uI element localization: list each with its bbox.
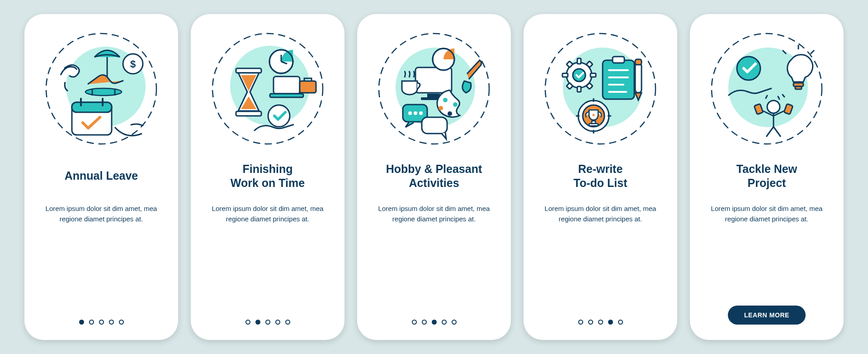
svg-rect-45 bbox=[562, 73, 568, 77]
slide-body: Lorem ipsum dolor sit dim amet, mea regi… bbox=[710, 203, 823, 225]
svg-rect-53 bbox=[613, 57, 624, 63]
slide-body: Lorem ipsum dolor sit dim amet, mea regi… bbox=[211, 203, 324, 225]
svg-point-71 bbox=[737, 57, 760, 80]
svg-rect-20 bbox=[274, 77, 300, 94]
slide-title: Tackle New Project bbox=[736, 162, 797, 191]
svg-point-34 bbox=[453, 102, 458, 107]
dot-1[interactable] bbox=[412, 320, 417, 325]
dot-1[interactable] bbox=[578, 320, 583, 325]
svg-rect-39 bbox=[422, 117, 447, 134]
svg-rect-15 bbox=[236, 111, 261, 116]
svg-point-3 bbox=[85, 88, 122, 96]
dot-5[interactable] bbox=[618, 320, 623, 325]
finishing-work-icon bbox=[211, 32, 324, 145]
dot-2[interactable] bbox=[588, 320, 593, 325]
slide-body: Lorem ipsum dolor sit dim amet, mea regi… bbox=[45, 203, 158, 225]
todo-list-icon: ★ bbox=[544, 32, 657, 145]
svg-point-38 bbox=[419, 111, 423, 115]
onboarding-card-5: Tackle New Project Lorem ipsum dolor sit… bbox=[690, 14, 844, 340]
dot-2[interactable] bbox=[255, 320, 260, 325]
dot-1[interactable] bbox=[79, 320, 84, 325]
dot-2[interactable] bbox=[422, 320, 427, 325]
svg-rect-26 bbox=[415, 67, 452, 93]
dot-3[interactable] bbox=[265, 320, 270, 325]
svg-line-76 bbox=[811, 50, 814, 54]
slide-title: Annual Leave bbox=[65, 162, 138, 191]
slide-body: Lorem ipsum dolor sit dim amet, mea regi… bbox=[377, 203, 491, 225]
dot-3[interactable] bbox=[99, 320, 104, 325]
pagination-dots bbox=[245, 320, 290, 325]
svg-rect-73 bbox=[795, 86, 802, 89]
svg-rect-58 bbox=[635, 63, 642, 93]
svg-point-77 bbox=[767, 100, 780, 113]
svg-rect-22 bbox=[300, 81, 316, 93]
onboarding-card-3: Hobby & Pleasant Activities Lorem ipsum … bbox=[357, 14, 511, 340]
dot-4[interactable] bbox=[109, 320, 114, 325]
svg-point-32 bbox=[439, 106, 443, 110]
svg-point-31 bbox=[443, 98, 448, 102]
pagination-dots bbox=[578, 320, 623, 325]
onboarding-card-1: $ Annual Leave Lorem ipsum dolor sit dim… bbox=[24, 14, 178, 340]
pagination-dots bbox=[79, 320, 124, 325]
dot-2[interactable] bbox=[89, 320, 94, 325]
svg-rect-43 bbox=[577, 58, 581, 64]
svg-rect-63 bbox=[589, 124, 598, 126]
dot-4[interactable] bbox=[442, 320, 447, 325]
annual-leave-icon: $ bbox=[45, 32, 158, 145]
onboarding-card-2: Finishing Work on Time Lorem ipsum dolor… bbox=[191, 14, 344, 340]
onboarding-row: $ Annual Leave Lorem ipsum dolor sit dim… bbox=[24, 14, 844, 340]
slide-body: Lorem ipsum dolor sit dim amet, mea regi… bbox=[544, 203, 657, 225]
slide-title: Finishing Work on Time bbox=[231, 162, 305, 191]
pagination-dots bbox=[412, 320, 457, 325]
svg-rect-27 bbox=[427, 94, 440, 97]
svg-rect-52 bbox=[603, 60, 634, 99]
svg-point-36 bbox=[408, 111, 412, 115]
svg-text:$: $ bbox=[130, 58, 136, 70]
hobby-icon bbox=[377, 32, 491, 145]
dot-3[interactable] bbox=[598, 320, 603, 325]
onboarding-card-4: ★ Re-write To-do List Lorem ipsum dolor … bbox=[524, 14, 677, 340]
dot-5[interactable] bbox=[285, 320, 290, 325]
svg-rect-44 bbox=[577, 86, 581, 92]
slide-title: Hobby & Pleasant Activities bbox=[386, 162, 482, 191]
new-project-icon bbox=[710, 32, 823, 145]
dot-5[interactable] bbox=[452, 320, 457, 325]
dot-4[interactable] bbox=[608, 320, 613, 325]
dot-4[interactable] bbox=[275, 320, 280, 325]
svg-rect-59 bbox=[635, 59, 642, 65]
svg-rect-46 bbox=[590, 73, 596, 77]
svg-rect-21 bbox=[270, 94, 303, 97]
slide-title: Re-write To-do List bbox=[574, 162, 627, 191]
svg-point-51 bbox=[573, 69, 585, 81]
svg-point-23 bbox=[268, 105, 290, 127]
svg-rect-9 bbox=[72, 102, 112, 112]
svg-point-37 bbox=[414, 111, 417, 115]
svg-point-33 bbox=[448, 111, 452, 116]
svg-text:★: ★ bbox=[592, 113, 596, 117]
learn-more-button[interactable]: LEARN MORE bbox=[728, 306, 806, 325]
dot-5[interactable] bbox=[119, 320, 124, 325]
dot-3[interactable] bbox=[432, 320, 437, 325]
dot-1[interactable] bbox=[245, 320, 250, 325]
